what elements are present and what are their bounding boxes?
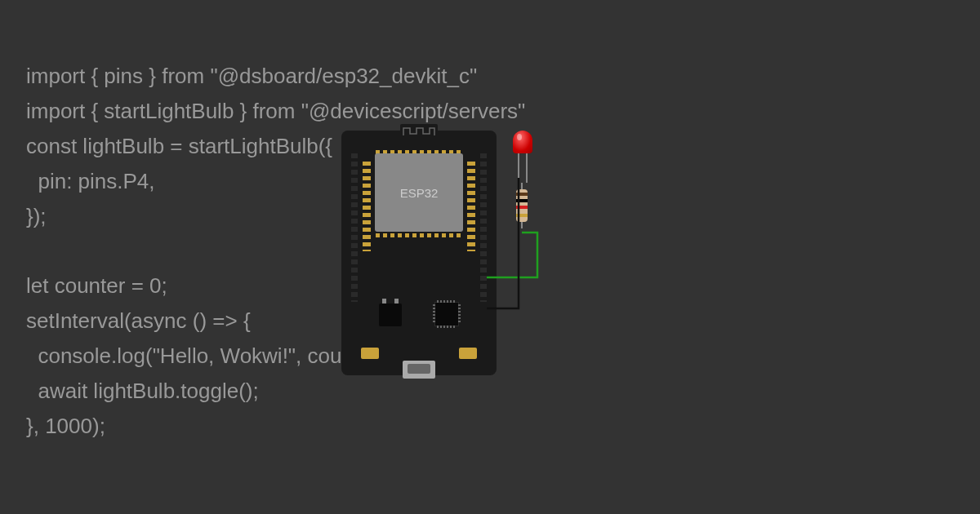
code-line: import { pins } from "@dsboard/esp32_dev…: [26, 64, 477, 88]
chip-pads: [467, 162, 475, 251]
resistor-band: [516, 214, 528, 217]
resistor-body-icon: [516, 189, 528, 222]
esp32-chip-shield: ESP32: [375, 153, 463, 232]
code-line: let counter = 0;: [26, 273, 167, 298]
code-line: });: [26, 204, 47, 228]
resistor-band: [516, 193, 528, 196]
circuit-diagram: ESP32: [341, 131, 554, 383]
resistor-component[interactable]: [516, 189, 528, 222]
led-anode-leg: [526, 153, 528, 183]
wifi-antenna: [400, 124, 438, 140]
antenna-trace-icon: [400, 126, 438, 137]
led-component[interactable]: [513, 131, 532, 153]
micro-usb-port: [403, 361, 435, 379]
usb-serial-chip: [434, 302, 459, 326]
resistor-band: [516, 206, 528, 209]
code-line: await lightBulb.toggle();: [26, 379, 259, 403]
code-line: pin: pins.P4,: [26, 169, 155, 193]
boot-button[interactable]: [361, 348, 379, 359]
esp32-devkit-board[interactable]: ESP32: [341, 131, 497, 375]
resistor-band: [516, 199, 528, 202]
chip-pads: [376, 233, 462, 237]
enable-button[interactable]: [459, 348, 477, 359]
resistor-leg: [521, 183, 523, 189]
code-line: setInterval(async () => {: [26, 308, 251, 333]
voltage-regulator: [379, 304, 402, 326]
code-line: const lightBulb = startLightBulb({: [26, 134, 332, 158]
header-pins-left: [351, 153, 358, 302]
resistor-leg: [521, 222, 523, 228]
header-pins-right: [480, 153, 487, 302]
code-line: }, 1000);: [26, 414, 105, 438]
led-bulb-icon: [513, 131, 532, 153]
chip-pads: [363, 162, 371, 251]
code-line: import { startLightBulb } from "@devices…: [26, 99, 525, 123]
chip-label: ESP32: [400, 186, 439, 200]
led-cathode-leg: [518, 153, 519, 178]
